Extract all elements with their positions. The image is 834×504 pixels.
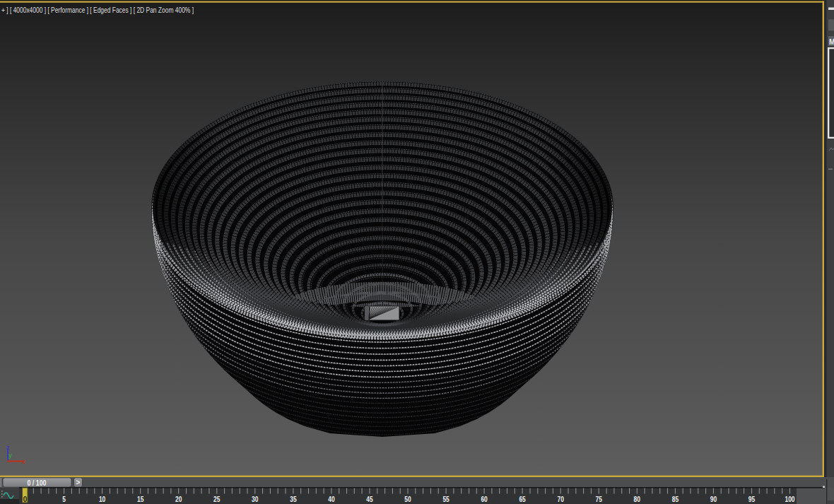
svg-text:0 / 100: 0 / 100 xyxy=(28,479,47,487)
svg-text:75: 75 xyxy=(596,495,603,503)
svg-text:35: 35 xyxy=(290,495,297,503)
svg-text:>: > xyxy=(76,479,81,486)
svg-text:+ ] [ 4000x4000 ] [ Performanc: + ] [ 4000x4000 ] [ Performance ] [ Edge… xyxy=(1,6,194,14)
svg-text:90: 90 xyxy=(710,495,717,503)
svg-text:20: 20 xyxy=(175,495,182,503)
svg-text:95: 95 xyxy=(748,495,756,503)
svg-text:55: 55 xyxy=(442,495,450,503)
svg-text:15: 15 xyxy=(137,495,144,503)
svg-text:40: 40 xyxy=(328,495,335,503)
svg-text:25: 25 xyxy=(213,495,221,503)
svg-text:65: 65 xyxy=(519,495,526,503)
svg-text:M: M xyxy=(829,38,834,46)
svg-text:80: 80 xyxy=(634,495,641,503)
svg-text:50: 50 xyxy=(404,495,411,503)
svg-text:70: 70 xyxy=(558,495,565,503)
svg-text:60: 60 xyxy=(481,495,488,503)
svg-text:10: 10 xyxy=(99,495,106,503)
svg-text:30: 30 xyxy=(252,495,259,503)
svg-text:z: z xyxy=(6,444,10,451)
svg-text:85: 85 xyxy=(672,495,679,503)
svg-text:y: y xyxy=(8,452,12,459)
svg-text:45: 45 xyxy=(366,495,373,503)
svg-text:0: 0 xyxy=(23,495,27,503)
svg-text:100: 100 xyxy=(785,495,794,503)
svg-text:5: 5 xyxy=(62,495,66,503)
svg-text:x: x xyxy=(22,458,25,465)
